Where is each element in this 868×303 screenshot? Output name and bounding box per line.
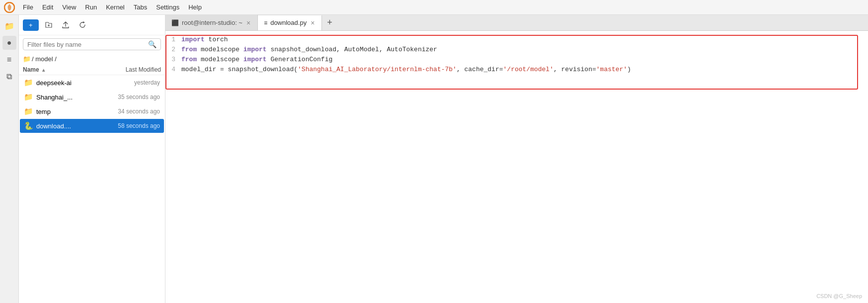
terminal-tab-label: root@intern-studio: ~ — [182, 19, 242, 26]
file-row-download[interactable]: 🐍 download.... 58 seconds ago — [20, 119, 164, 133]
file-name-download: download.... — [36, 122, 103, 130]
line-content-4: model_dir = snapshot_download('Shanghai_… — [181, 66, 631, 73]
search-icon: 🔍 — [148, 40, 157, 48]
file-panel: + + — [19, 15, 165, 303]
file-row-temp[interactable]: 📁 temp 34 seconds ago — [20, 104, 164, 118]
terminal-tab-close[interactable]: × — [245, 19, 251, 27]
new-button[interactable]: + + — [23, 19, 39, 31]
file-toolbar: + + — [19, 15, 165, 35]
menu-file[interactable]: File — [19, 2, 37, 12]
tab-bar: ⬛ root@intern-studio: ~ × ≡ download.py … — [165, 15, 868, 31]
plus-icon: + — [29, 21, 33, 29]
new-tab-button[interactable]: + — [322, 15, 337, 30]
python-icon-download: 🐍 — [24, 121, 33, 130]
name-column-header: Name ▲ — [23, 66, 101, 73]
modified-column-header: Last Modified — [101, 66, 161, 73]
menu-settings[interactable]: Settings — [152, 2, 183, 12]
line-content-3: from modelscope import GenerationConfig — [181, 56, 332, 63]
menu-kernel[interactable]: Kernel — [102, 2, 129, 12]
file-time-deepseek: yesterday — [103, 79, 160, 86]
icon-sidebar: 📁 ● ≡ ⧉ — [0, 15, 19, 303]
file-name-shanghai: Shanghai_... — [36, 94, 103, 101]
file-list-header: Name ▲ Last Modified — [19, 65, 165, 75]
code-line-3: 3 from modelscope import GenerationConfi… — [165, 56, 868, 66]
menu-edit[interactable]: Edit — [38, 2, 57, 12]
editor-area: ⬛ root@intern-studio: ~ × ≡ download.py … — [165, 15, 868, 303]
line-num-2: 2 — [165, 46, 181, 53]
refresh-button[interactable] — [76, 18, 89, 32]
menu-view[interactable]: View — [58, 2, 80, 12]
file-list: 📁 deepseek-ai yesterday 📁 Shanghai_... 3… — [19, 75, 165, 303]
tab-download-py[interactable]: ≡ download.py × — [258, 15, 322, 31]
folder-icon-temp: 📁 — [24, 107, 33, 116]
line-num-3: 3 — [165, 56, 181, 63]
menu-run[interactable]: Run — [81, 2, 101, 12]
folder-icon-deepseek: 📁 — [24, 78, 33, 87]
breadcrumb: 📁 / model / — [19, 53, 165, 65]
terminal-tab-icon: ⬛ — [171, 19, 179, 26]
menu-bar: File Edit View Run Kernel Tabs Settings … — [0, 0, 868, 15]
file-name-deepseek: deepseek-ai — [36, 79, 103, 87]
code-editor[interactable]: 1 import torch 2 from modelscope import … — [165, 31, 868, 303]
sidebar-folder-icon[interactable]: 📁 — [2, 19, 16, 33]
main-layout: 📁 ● ≡ ⧉ + + — [0, 15, 868, 303]
folder-icon-shanghai: 📁 — [24, 93, 33, 101]
file-time-download: 58 seconds ago — [103, 122, 160, 129]
line-content-2: from modelscope import snapshot_download… — [181, 46, 437, 53]
watermark: CSDN @G_Sheep — [816, 293, 862, 299]
file-row-shanghai[interactable]: 📁 Shanghai_... 35 seconds ago — [20, 90, 164, 104]
breadcrumb-path: / model / — [32, 55, 57, 63]
sidebar-list-icon[interactable]: ≡ — [2, 53, 16, 67]
code-line-4: 4 model_dir = snapshot_download('Shangha… — [165, 66, 868, 76]
line-num-4: 4 — [165, 66, 181, 73]
code-line-1: 1 import torch — [165, 36, 868, 46]
python-tab-icon: ≡ — [264, 19, 267, 26]
sidebar-puzzle-icon[interactable]: ⧉ — [2, 70, 16, 84]
line-content-1: import torch — [181, 36, 228, 43]
file-row-deepseek[interactable]: 📁 deepseek-ai yesterday — [20, 76, 164, 90]
code-line-2: 2 from modelscope import snapshot_downlo… — [165, 46, 868, 56]
new-folder-button[interactable] — [42, 18, 56, 32]
file-name-temp: temp — [36, 108, 103, 115]
menu-help[interactable]: Help — [184, 2, 206, 12]
tab-terminal[interactable]: ⬛ root@intern-studio: ~ × — [165, 15, 258, 30]
breadcrumb-folder-icon: 📁 — [23, 55, 31, 63]
python-tab-label: download.py — [270, 19, 307, 26]
upload-button[interactable] — [59, 18, 73, 32]
python-tab-close[interactable]: × — [310, 19, 316, 27]
app-logo — [4, 2, 15, 13]
search-input[interactable] — [27, 41, 145, 48]
file-time-shanghai: 35 seconds ago — [103, 94, 160, 101]
file-time-temp: 34 seconds ago — [103, 108, 160, 115]
menu-tabs[interactable]: Tabs — [130, 2, 151, 12]
sidebar-circle-icon[interactable]: ● — [2, 36, 16, 50]
line-num-1: 1 — [165, 36, 181, 43]
search-box: 🔍 — [23, 38, 161, 50]
